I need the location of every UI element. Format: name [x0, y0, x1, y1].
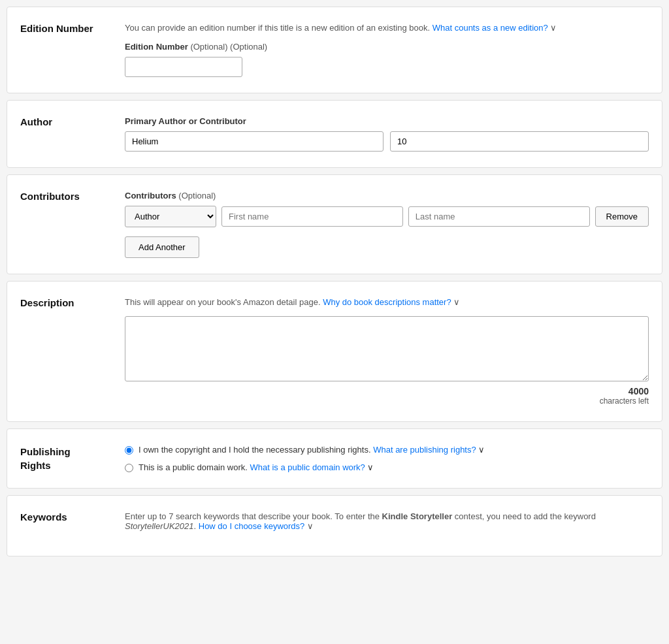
author-last-name-input[interactable] [390, 131, 649, 152]
publishing-rights-section: Publishing Rights I own the copyright an… [7, 428, 662, 489]
publishing-rights-link1[interactable]: What are publishing rights? [373, 445, 476, 455]
keywords-section: Keywords Enter up to 7 search keywords t… [7, 495, 662, 556]
author-row [125, 131, 649, 152]
edition-number-input[interactable] [125, 57, 242, 77]
publishing-rights-content: I own the copyright and I hold the neces… [125, 445, 649, 472]
edition-description: You can provide an edition number if thi… [125, 23, 649, 33]
radio-copyright-input[interactable] [125, 446, 133, 455]
contributors-row: Author Editor Illustrator Translator Rem… [125, 206, 649, 227]
edition-field-label: Edition Number (Optional) (Optional) [125, 42, 649, 52]
remove-contributor-button[interactable]: Remove [595, 206, 649, 227]
keywords-link[interactable]: How do I choose keywords? [199, 521, 305, 531]
char-count: 4000 characters left [125, 386, 649, 406]
author-label: Author [20, 116, 125, 152]
description-label: Description [20, 297, 125, 406]
author-content: Primary Author or Contributor [125, 116, 649, 152]
contributors-field-label: Contributors (Optional) [125, 191, 649, 201]
description-content: This will appear on your book's Amazon d… [125, 297, 649, 406]
author-first-name-input[interactable] [125, 131, 383, 152]
description-info: This will appear on your book's Amazon d… [125, 297, 649, 307]
radio-public-domain-input[interactable] [125, 464, 133, 472]
description-textarea[interactable] [125, 316, 649, 381]
author-section: Author Primary Author or Contributor [7, 100, 662, 168]
contributors-optional: (Optional) [178, 191, 216, 201]
contributors-content: Contributors (Optional) Author Editor Il… [125, 191, 649, 258]
radio-option-copyright[interactable]: I own the copyright and I hold the neces… [125, 445, 649, 455]
edition-content: You can provide an edition number if thi… [125, 23, 649, 77]
contributor-first-name-input[interactable] [221, 206, 403, 227]
contributor-last-name-input[interactable] [408, 206, 590, 227]
edition-link[interactable]: What counts as a new edition? [432, 23, 548, 33]
keywords-description: Enter up to 7 search keywords that descr… [125, 511, 649, 531]
edition-label: Edition Number [20, 23, 125, 77]
char-count-number: 4000 [628, 386, 649, 396]
keywords-content: Enter up to 7 search keywords that descr… [125, 511, 649, 540]
description-link[interactable]: Why do book descriptions matter? [323, 297, 451, 307]
radio-group: I own the copyright and I hold the neces… [125, 445, 649, 472]
contributor-role-select[interactable]: Author Editor Illustrator Translator [125, 206, 216, 227]
contributors-label: Contributors [20, 191, 125, 258]
keywords-label: Keywords [20, 511, 125, 540]
char-count-label: characters left [600, 396, 649, 406]
author-field-label: Primary Author or Contributor [125, 116, 649, 126]
publishing-rights-link2[interactable]: What is a public domain work? [250, 462, 365, 472]
radio-option-public-domain[interactable]: This is a public domain work. What is a … [125, 462, 649, 472]
description-section: Description This will appear on your boo… [7, 281, 662, 422]
edition-optional-text: (Optional) [230, 42, 267, 52]
contributors-section: Contributors Contributors (Optional) Aut… [7, 174, 662, 274]
edition-section: Edition Number You can provide an editio… [7, 7, 662, 93]
publishing-rights-label: Publishing Rights [20, 445, 125, 472]
add-another-button[interactable]: Add Another [125, 236, 199, 258]
